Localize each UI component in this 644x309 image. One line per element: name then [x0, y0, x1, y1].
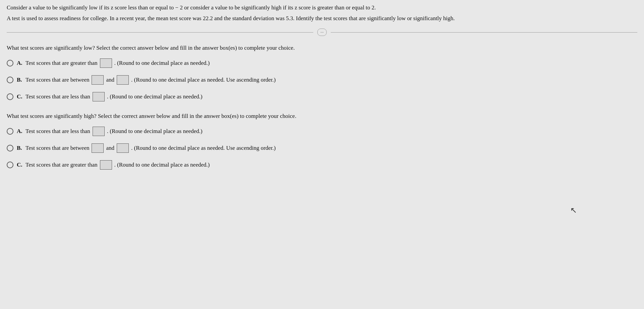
low-option-a: A. Test scores that are greater than . (…	[7, 58, 637, 68]
high-option-a-text: Test scores that are less than . (Round …	[25, 127, 202, 136]
high-b-mid: and	[106, 145, 114, 151]
low-b-mid: and	[106, 77, 114, 83]
intro-line1: Consider a value to be significantly low…	[7, 3, 637, 12]
divider-line-right	[331, 32, 637, 33]
low-option-b: B. Test scores that are between and . (R…	[7, 75, 637, 85]
divider-dots: ···	[317, 29, 327, 36]
low-c-pre: Test scores that are less than	[25, 93, 90, 100]
low-option-b-text: Test scores that are between and . (Roun…	[25, 75, 276, 85]
low-a-pre: Test scores that are greater than	[25, 60, 98, 67]
high-option-c-letter: C.	[17, 162, 23, 168]
low-b-box2[interactable]	[117, 75, 129, 85]
high-option-b: B. Test scores that are between and . (R…	[7, 143, 637, 153]
high-b-box1[interactable]	[92, 143, 104, 153]
low-option-a-text: Test scores that are greater than . (Rou…	[25, 58, 210, 68]
low-option-a-radio[interactable]	[7, 60, 13, 67]
low-option-a-letter: A.	[17, 60, 23, 67]
low-b-post: . (Round to one decimal place as needed.…	[131, 77, 276, 83]
divider: ···	[7, 29, 637, 36]
low-c-box1[interactable]	[93, 92, 105, 101]
high-a-box1[interactable]	[93, 127, 105, 136]
high-option-b-text: Test scores that are between and . (Roun…	[25, 143, 276, 153]
low-option-c-text: Test scores that are less than . (Round …	[25, 92, 202, 101]
high-c-pre: Test scores that are greater than	[25, 162, 98, 168]
high-c-post: . (Round to one decimal place as needed.…	[114, 162, 210, 168]
high-option-b-letter: B.	[17, 145, 23, 151]
high-b-box2[interactable]	[117, 143, 129, 153]
high-a-pre: Test scores that are less than	[25, 128, 90, 135]
high-option-c: C. Test scores that are greater than . (…	[7, 160, 637, 170]
low-b-pre: Test scores that are between	[25, 77, 89, 83]
high-option-a-radio[interactable]	[7, 128, 13, 135]
high-question-label: What test scores are significantly high?…	[7, 112, 637, 121]
high-b-pre: Test scores that are between	[25, 145, 89, 151]
low-a-box1[interactable]	[100, 58, 112, 68]
low-option-c: C. Test scores that are less than . (Rou…	[7, 92, 637, 101]
problem-text: A test is used to assess readiness for c…	[7, 14, 637, 23]
low-option-b-radio[interactable]	[7, 77, 13, 83]
low-option-c-radio[interactable]	[7, 93, 13, 100]
high-a-post: . (Round to one decimal place as needed.…	[107, 128, 203, 135]
low-c-post: . (Round to one decimal place as needed.…	[107, 93, 203, 100]
high-option-a-letter: A.	[17, 128, 23, 135]
high-b-post: . (Round to one decimal place as needed.…	[131, 145, 276, 151]
low-b-box1[interactable]	[92, 75, 104, 85]
high-c-box1[interactable]	[100, 160, 112, 170]
low-option-b-letter: B.	[17, 77, 23, 83]
cursor-icon: ↖	[570, 206, 577, 215]
low-a-post: . (Round to one decimal place as needed.…	[114, 60, 210, 67]
divider-line-left	[7, 32, 313, 33]
low-option-c-letter: C.	[17, 93, 23, 100]
high-option-a: A. Test scores that are less than . (Rou…	[7, 127, 637, 136]
low-question-label: What test scores are significantly low? …	[7, 43, 637, 52]
high-option-c-text: Test scores that are greater than . (Rou…	[25, 160, 210, 170]
high-option-c-radio[interactable]	[7, 162, 13, 168]
high-option-b-radio[interactable]	[7, 145, 13, 151]
